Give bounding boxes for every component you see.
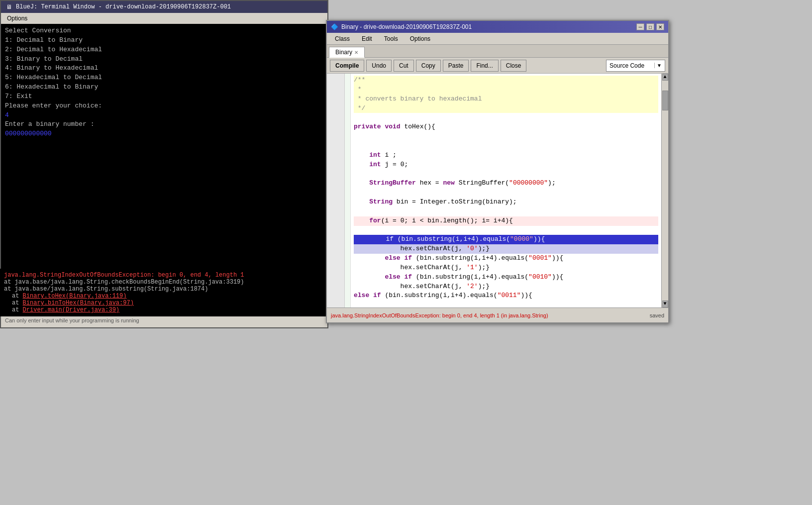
terminal-status-text: Can only enter input while your programm… xyxy=(5,317,139,323)
tab-binary-label: Binary xyxy=(335,49,352,56)
terminal-blank3 xyxy=(5,158,323,168)
code-left-margin xyxy=(345,74,351,307)
code-string-bin: String bin = Integer.toString(binary); xyxy=(354,198,658,207)
code-comment3: * converts binary to hexadecimal xyxy=(354,95,658,104)
terminal-line-9: Please enter your choice: xyxy=(5,102,323,111)
editor-toolbar: Compile Undo Cut Copy Paste Find... Clos… xyxy=(327,58,668,74)
editor-statusbar: java.lang.StringIndexOutOfBoundsExceptio… xyxy=(327,307,668,322)
maximize-button[interactable]: □ xyxy=(646,23,654,30)
editor-window: 🔷 Binary - drive-download-20190906T19283… xyxy=(326,20,669,323)
code-blank3 xyxy=(354,141,658,151)
error-trace5-link[interactable]: Driver.main(Driver.java:39) xyxy=(23,306,119,313)
cut-button[interactable]: Cut xyxy=(394,60,414,72)
terminal-menubar: Options xyxy=(1,13,327,24)
code-blank2 xyxy=(354,132,658,141)
scrollbar-up-btn[interactable]: ▲ xyxy=(662,74,668,81)
code-blank6 xyxy=(354,207,658,216)
error-trace3-prefix: at xyxy=(12,293,23,300)
copy-button[interactable]: Copy xyxy=(416,60,441,72)
error-trace5-wrap: at Driver.main(Driver.java:39) xyxy=(4,306,324,313)
undo-button[interactable]: Undo xyxy=(366,60,392,72)
close-window-button[interactable]: ✕ xyxy=(656,23,664,30)
terminal-icon: 🖥 xyxy=(5,3,13,11)
editor-main: /** * * converts binary to hexadecimal *… xyxy=(327,74,668,307)
editor-error-text1: java.lang.StringIndexOutOfBoundsExceptio… xyxy=(331,312,441,318)
code-comment4: */ xyxy=(354,104,658,113)
error-trace3-link[interactable]: Binary.toHex(Binary.java:119) xyxy=(23,293,127,300)
code-blank1 xyxy=(354,113,658,122)
terminal-choice: 4 xyxy=(5,111,323,121)
terminal-line-4: 3: Binary to Decimal xyxy=(5,55,323,65)
error-trace1: at java.base/java.lang.String.checkBound… xyxy=(4,279,324,286)
terminal-title: BlueJ: Terminal Window - drive-download-… xyxy=(16,3,231,10)
editor-tabs: Binary ✕ xyxy=(327,45,668,58)
terminal-titlebar: 🖥 BlueJ: Terminal Window - drive-downloa… xyxy=(1,1,327,13)
code-blank5 xyxy=(354,188,658,198)
terminal-line-6: 5: Hexadecimal to Decimal xyxy=(5,74,323,83)
terminal-line-1: Select Conversion xyxy=(5,27,323,36)
tab-binary[interactable]: Binary ✕ xyxy=(329,47,365,58)
menu-class[interactable]: Class xyxy=(331,34,354,43)
code-elseif3: else if (bin.substring(i,i+4).equals("00… xyxy=(354,291,658,301)
code-comment1: /** xyxy=(354,76,658,85)
scrollbar-down-btn[interactable]: ▼ xyxy=(662,301,668,307)
code-comment2: * xyxy=(354,85,658,95)
editor-app-icon: 🔷 xyxy=(331,23,338,30)
error-section: java.lang.StringIndexOutOfBoundsExceptio… xyxy=(0,269,328,316)
editor-title: Binary - drive-download-20190906T192837Z… xyxy=(341,23,472,30)
compile-button[interactable]: Compile xyxy=(330,60,364,72)
code-int-i: int i ; xyxy=(354,151,658,160)
editor-saved-status: saved xyxy=(650,312,664,318)
code-elseif2: else if (bin.substring(i,i+4).equals("00… xyxy=(354,273,658,282)
terminal-blank6 xyxy=(5,186,323,196)
error-trace2: at java.base/java.lang.String.substring(… xyxy=(4,286,324,293)
terminal-blank9 xyxy=(5,214,323,224)
editor-error-text2: begin 0, end 4, length 1 (in java.lang.S… xyxy=(442,312,548,318)
editor-titlebar: 🔷 Binary - drive-download-20190906T19283… xyxy=(327,21,668,33)
dropdown-arrow-icon[interactable]: ▼ xyxy=(654,63,662,68)
editor-error-status: java.lang.StringIndexOutOfBoundsExceptio… xyxy=(331,312,548,318)
terminal-line-7: 6: Hexadecimal to Binary xyxy=(5,83,323,93)
code-blank4 xyxy=(354,169,658,179)
vertical-scrollbar[interactable]: ▲ ▼ xyxy=(661,74,668,307)
error-trace4-link[interactable]: Binary.binToHex(Binary.java:97) xyxy=(23,300,134,306)
menu-edit[interactable]: Edit xyxy=(358,34,376,43)
editor-titlebar-controls: ─ □ ✕ xyxy=(636,23,664,30)
paste-button[interactable]: Paste xyxy=(443,60,469,72)
close-button[interactable]: Close xyxy=(501,60,527,72)
terminal-blank5 xyxy=(5,177,323,187)
find-button[interactable]: Find... xyxy=(471,60,498,72)
minimize-button[interactable]: ─ xyxy=(636,23,644,30)
error-trace4-wrap: at Binary.binToHex(Binary.java:97) xyxy=(4,300,324,306)
code-if-stmt: if (bin.substring(i,i+4).equals("0000"))… xyxy=(354,235,658,244)
code-elseif1: else if (bin.substring(i,i+4).equals("00… xyxy=(354,254,658,263)
source-code-label: Source Code xyxy=(609,62,644,69)
error-trace4-prefix: at xyxy=(12,300,23,306)
code-method-sig: private void toHex(){ xyxy=(354,122,658,132)
terminal-blank8 xyxy=(5,205,323,214)
editor-menubar: Class Edit Tools Options xyxy=(327,33,668,45)
terminal-line-10: Enter a binary number : xyxy=(5,120,323,130)
terminal-blank10 xyxy=(5,224,323,233)
code-hex-set2: hex.setCharAt(j, '2');} xyxy=(354,282,658,292)
terminal-menu-options[interactable]: Options xyxy=(4,14,30,23)
code-blank7 xyxy=(354,226,658,235)
code-stringbuffer: StringBuffer hex = new StringBuffer("000… xyxy=(354,179,658,188)
terminal-blank4 xyxy=(5,168,323,177)
toolbar-right: Source Code ▼ xyxy=(606,60,665,72)
terminal-input: 000000000000 xyxy=(5,130,323,139)
menu-options[interactable]: Options xyxy=(406,34,434,43)
terminal-blank7 xyxy=(5,196,323,205)
line-numbers xyxy=(327,74,345,307)
scrollbar-thumb[interactable] xyxy=(662,91,668,110)
code-hex-set1: hex.setCharAt(j, '1');} xyxy=(354,263,658,273)
terminal-blank2 xyxy=(5,149,323,158)
source-code-dropdown[interactable]: Source Code ▼ xyxy=(606,60,665,72)
terminal-line-8: 7: Exit xyxy=(5,93,323,102)
terminal-line-5: 4: Binary to Hexadecimal xyxy=(5,64,323,74)
menu-tools[interactable]: Tools xyxy=(380,34,402,43)
code-area[interactable]: /** * * converts binary to hexadecimal *… xyxy=(351,74,661,307)
terminal-line-2: 1: Decimal to Binary xyxy=(5,36,323,46)
editor-titlebar-left: 🔷 Binary - drive-download-20190906T19283… xyxy=(331,23,472,30)
tab-close-icon[interactable]: ✕ xyxy=(354,50,358,55)
